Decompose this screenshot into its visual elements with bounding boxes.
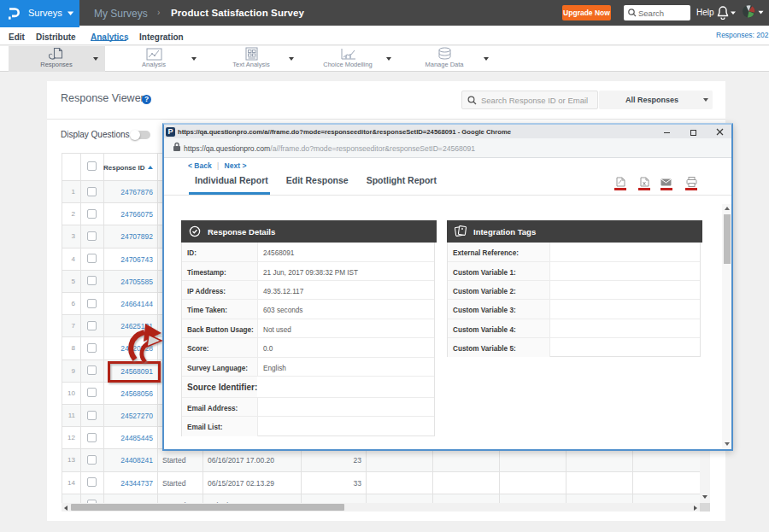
svg-text:Surveys: Surveys: [28, 8, 62, 18]
